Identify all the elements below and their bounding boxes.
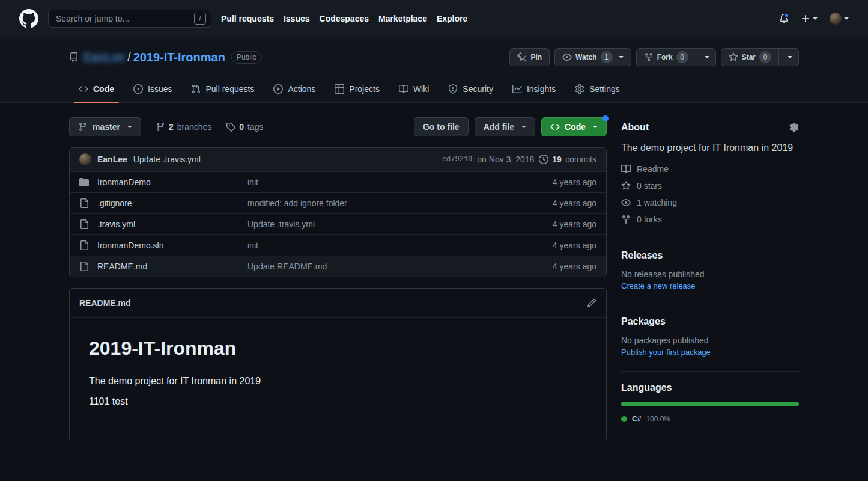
tab-label: Security xyxy=(463,84,493,94)
file-age: 4 years ago xyxy=(512,198,596,208)
breadcrumb-separator: / xyxy=(125,51,133,64)
branches-count: 2 xyxy=(169,122,174,132)
table-row[interactable]: .gitignore modified: add ignore folder 4… xyxy=(70,192,606,213)
star-split-button: Star 0 xyxy=(721,48,799,66)
about-stars-link[interactable]: 0 stars xyxy=(621,181,799,191)
nav-pull-requests[interactable]: Pull requests xyxy=(221,14,274,23)
commit-sha-link[interactable]: ed79210 xyxy=(442,155,472,164)
file-commit-message[interactable]: init xyxy=(247,177,512,187)
readme-filename[interactable]: README.md xyxy=(79,298,131,308)
publish-package-link[interactable]: Publish your first package xyxy=(621,348,799,357)
user-menu[interactable] xyxy=(830,13,849,25)
star-dropdown[interactable] xyxy=(778,49,798,66)
branches-link[interactable]: 2 branches xyxy=(156,122,211,132)
branch-toolbar: master 2 branches 0 tags Go to file Add … xyxy=(69,117,607,136)
search-input[interactable] xyxy=(56,14,194,23)
book-icon xyxy=(621,164,631,174)
gear-icon[interactable] xyxy=(789,123,799,132)
commit-meta: ed79210 on Nov 3, 2018 19 commits xyxy=(442,155,596,164)
tab-label: Projects xyxy=(349,84,380,94)
file-commit-message[interactable]: init xyxy=(247,240,512,250)
about-readme-link[interactable]: Readme xyxy=(621,164,799,174)
pencil-icon[interactable] xyxy=(587,298,596,308)
table-row[interactable]: IronmanDemo init 4 years ago xyxy=(70,171,606,192)
github-logo[interactable] xyxy=(19,9,38,28)
table-row[interactable]: .travis.yml Update .travis.yml 4 years a… xyxy=(70,213,606,234)
shield-icon xyxy=(448,84,458,94)
readme-panel: README.md 2019-IT-Ironman The demo proje… xyxy=(69,288,607,441)
code-button[interactable]: Code xyxy=(541,117,607,136)
commit-history-link[interactable]: 19 commits xyxy=(539,155,596,164)
language-percent: 100.0% xyxy=(646,415,670,423)
nav-issues[interactable]: Issues xyxy=(284,14,310,23)
file-commit-message[interactable]: Update .travis.yml xyxy=(247,219,512,229)
table-row[interactable]: IronmanDemo.sln init 4 years ago xyxy=(70,234,606,256)
tags-label: tags xyxy=(247,122,263,132)
table-row[interactable]: README.md Update README.md 4 years ago xyxy=(70,256,606,277)
nav-codespaces[interactable]: Codespaces xyxy=(320,14,369,23)
commit-message-link[interactable]: Update .travis.yml xyxy=(133,155,201,164)
tab-wiki[interactable]: Wiki xyxy=(389,78,439,102)
file-commit-message[interactable]: modified: add ignore folder xyxy=(247,198,512,208)
star-icon xyxy=(729,52,738,62)
nav-marketplace[interactable]: Marketplace xyxy=(378,14,427,23)
global-search[interactable]: / xyxy=(48,10,211,28)
repo-name-link[interactable]: 2019-IT-Ironman xyxy=(133,51,225,64)
file-icon xyxy=(79,262,89,271)
create-new-dropdown[interactable] xyxy=(801,14,818,23)
file-name-link[interactable]: IronmanDemo.sln xyxy=(97,240,164,250)
commit-author-link[interactable]: EanLee xyxy=(97,155,127,164)
file-name-link[interactable]: IronmanDemo xyxy=(97,177,151,187)
gear-icon xyxy=(575,84,584,94)
about-item-label: 0 forks xyxy=(637,215,662,224)
star-icon xyxy=(621,181,631,191)
tab-actions[interactable]: Actions xyxy=(264,78,325,102)
tab-pull-requests[interactable]: Pull requests xyxy=(181,78,264,102)
add-file-label: Add file xyxy=(484,122,514,132)
readme-title: 2019-IT-Ironman xyxy=(89,337,587,366)
tab-security[interactable]: Security xyxy=(439,78,503,102)
repo-title-row: EanLee/2019-IT-Ironman Public Pin Watch … xyxy=(69,37,799,66)
repo-owner-link[interactable]: EanLee xyxy=(83,51,125,64)
file-icon xyxy=(79,240,89,250)
fork-dropdown[interactable] xyxy=(696,49,715,66)
file-age: 4 years ago xyxy=(512,219,596,229)
about-description: The demo project for IT Ironman in 2019 xyxy=(621,141,799,155)
file-name-link[interactable]: README.md xyxy=(97,262,147,271)
code-notification-dot xyxy=(602,115,609,121)
watch-label: Watch xyxy=(575,53,597,61)
unread-notification-dot xyxy=(784,13,789,18)
fork-icon xyxy=(621,215,631,224)
about-watching-link[interactable]: 1 watching xyxy=(621,198,799,207)
star-button[interactable]: Star 0 xyxy=(721,49,778,66)
tab-label: Actions xyxy=(288,84,315,94)
file-name-link[interactable]: .travis.yml xyxy=(97,219,135,229)
fork-button[interactable]: Fork 0 xyxy=(637,49,696,66)
readme-header: README.md xyxy=(70,289,606,318)
go-to-file-button[interactable]: Go to file xyxy=(414,117,469,136)
commit-author-avatar[interactable] xyxy=(79,153,91,165)
tab-settings[interactable]: Settings xyxy=(565,78,630,102)
file-name-link[interactable]: .gitignore xyxy=(97,198,132,208)
repo-breadcrumb: EanLee/2019-IT-Ironman xyxy=(83,51,225,64)
notifications-button[interactable] xyxy=(779,14,789,23)
tags-link[interactable]: 0 tags xyxy=(226,122,263,132)
pin-button[interactable]: Pin xyxy=(509,48,550,66)
file-commit-message[interactable]: Update README.md xyxy=(247,262,512,271)
packages-title: Packages xyxy=(621,316,799,327)
chevron-down-icon xyxy=(127,126,132,128)
create-release-link[interactable]: Create a new release xyxy=(621,281,799,290)
watch-button[interactable]: Watch 1 xyxy=(554,48,631,66)
readme-paragraph: The demo project for IT Ironman in 2019 xyxy=(89,376,587,387)
tab-projects[interactable]: Projects xyxy=(325,78,389,102)
language-legend-item[interactable]: C# 100.0% xyxy=(621,415,799,423)
tab-code[interactable]: Code xyxy=(69,78,124,102)
add-file-button[interactable]: Add file xyxy=(475,117,535,136)
toolbar-actions: Go to file Add file Code xyxy=(414,117,607,136)
nav-explore[interactable]: Explore xyxy=(437,14,467,23)
branch-selector[interactable]: master xyxy=(69,117,141,136)
tab-issues[interactable]: Issues xyxy=(124,78,181,102)
tab-insights[interactable]: Insights xyxy=(503,78,565,102)
about-forks-link[interactable]: 0 forks xyxy=(621,215,799,224)
issue-opened-icon xyxy=(133,84,143,94)
